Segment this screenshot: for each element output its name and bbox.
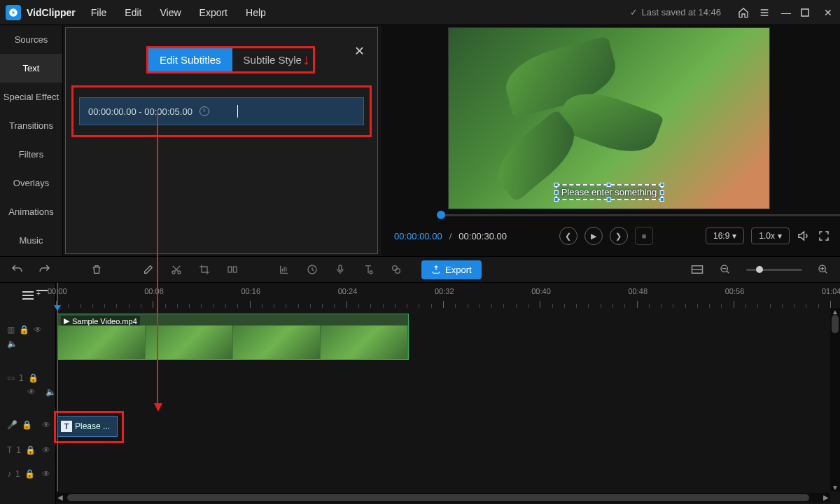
delete-button[interactable] [90,262,104,276]
resize-handle[interactable] [554,197,559,202]
sidebar-item-transitions[interactable]: Transitions [0,111,62,140]
playhead[interactable] [57,283,58,491]
redo-button[interactable] [38,262,52,276]
chart-button[interactable] [277,262,291,276]
volume-icon[interactable] [797,230,811,242]
split-button[interactable] [225,262,239,276]
subtitle-overlay-text: Please enter something [561,187,657,197]
preview-video[interactable]: Please enter something [448,27,770,209]
clock-icon[interactable] [200,106,209,116]
resize-handle[interactable] [659,190,664,195]
ruler-tick: 00:48 [629,287,648,295]
zoom-in-button[interactable] [816,262,830,276]
slider-thumb[interactable] [437,211,445,219]
titlebar: VidClipper File Edit View Export Help ✓ … [0,0,840,25]
sidebar-item-text[interactable]: Text [0,54,62,83]
mic-button[interactable] [333,262,347,276]
next-frame-button[interactable]: ❯ [610,227,628,245]
filmstrip-icon: ▥ [7,325,15,335]
lock-icon[interactable]: 🔒 [25,445,36,455]
scroll-left-arrow[interactable]: ◀ [57,493,63,501]
prev-frame-button[interactable]: ❮ [559,227,578,245]
dialog-tabs: Edit Subtitles Subtile Style [146,46,315,74]
eye-icon[interactable]: 👁 [34,325,42,335]
lock-icon[interactable]: 🔒 [19,325,29,335]
menu-export[interactable]: Export [200,7,227,18]
video-track[interactable]: ▶Sample Video.mp4 [56,314,830,360]
resize-handle[interactable] [554,183,559,187]
menu-file[interactable]: File [91,7,107,18]
home-icon[interactable] [738,7,750,18]
menu-edit[interactable]: Edit [125,7,141,18]
scroll-down-arrow[interactable]: ▼ [832,484,839,491]
preview-progress-slider[interactable] [383,209,840,220]
timeline-h-scroll[interactable]: ◀ ▶ [56,493,830,503]
export-button[interactable]: Export [421,260,482,279]
fit-timeline-button[interactable] [690,262,704,276]
eye-icon[interactable]: 👁 [42,445,50,455]
sidebar-item-special-effect[interactable]: Special Effect [0,83,62,111]
tab-edit-subtitles[interactable]: Edit Subtitles [148,48,232,71]
sidebar-item-music[interactable]: Music [0,226,62,255]
resize-handle[interactable] [554,190,559,195]
speaker-icon[interactable]: 🔈 [46,387,56,397]
zoom-thumb[interactable] [756,266,763,273]
text-clip[interactable]: T Please ... [57,416,118,437]
menu-help[interactable]: Help [246,7,266,18]
speed-button[interactable] [305,262,319,276]
aspect-ratio-dropdown[interactable]: 16:9▾ [706,227,744,244]
sidebar-item-animations[interactable]: Animations [0,197,62,226]
zoom-slider[interactable] [746,269,802,271]
lock-icon[interactable]: 🔒 [28,373,38,383]
h-scroll-thumb[interactable] [67,494,809,501]
menu-view[interactable]: View [160,7,181,18]
zoom-out-button[interactable] [718,262,732,276]
hamburger-icon[interactable] [759,7,771,18]
app-logo [6,5,21,20]
video-clip[interactable]: ▶Sample Video.mp4 [57,314,409,360]
resize-handle[interactable] [659,183,664,187]
speaker-icon[interactable]: 🔈 [7,339,18,349]
lock-icon[interactable]: 🔒 [24,469,35,479]
eye-icon[interactable]: 👁 [27,387,36,397]
main-menu: File Edit View Export Help [91,7,266,18]
fullscreen-icon[interactable] [818,230,832,242]
eye-icon[interactable]: 👁 [42,469,50,479]
sidebar-item-overlays[interactable]: Overlays [0,169,62,197]
text-track[interactable]: T Please ... [56,416,830,440]
subtitle-text-input[interactable] [237,105,238,118]
sidebar-item-filters[interactable]: Filters [0,140,62,169]
speed-dropdown[interactable]: 1.0x▾ [751,227,790,244]
subtitle-entry-row[interactable]: 00:00:00.00 - 00:00:05.00 [79,97,364,125]
play-button[interactable]: ▶ [584,227,603,245]
v-scroll-thumb[interactable] [832,315,839,333]
subtitle-time-range: 00:00:00.00 - 00:00:05.00 [88,106,192,117]
stop-button[interactable]: ■ [635,227,653,245]
chevron-down-icon: ▾ [732,231,736,241]
text-a-track-controls: T 1 🔒 👁 [0,438,56,462]
effects-button[interactable] [389,262,403,276]
resize-handle[interactable] [659,197,664,202]
scroll-right-arrow[interactable]: ▶ [823,493,829,501]
timeline-v-scroll[interactable]: ▲ ▼ [830,308,840,491]
svg-point-10 [393,266,398,271]
dialog-close-button[interactable]: ✕ [354,43,365,59]
cut-button[interactable] [169,262,183,276]
window-controls: — ✕ [738,7,834,18]
sidebar-item-sources[interactable]: Sources [0,25,62,54]
close-button[interactable]: ✕ [822,7,834,18]
subtitle-overlay[interactable]: Please enter something [556,184,663,200]
undo-button[interactable] [10,262,24,276]
tab-subtitle-style[interactable]: Subtile Style [232,48,313,71]
eye-icon[interactable]: 👁 [42,420,50,430]
music-track-icon: ♪ [7,469,11,479]
minimize-button[interactable]: — [780,7,792,18]
lock-icon[interactable]: 🔒 [22,420,32,430]
crop-button[interactable] [197,262,211,276]
maximize-button[interactable] [801,8,813,17]
resize-handle[interactable] [607,197,611,202]
edit-tool-button[interactable] [141,262,155,276]
resize-handle[interactable] [607,183,611,187]
timeline-ruler[interactable]: 00:0000:0800:1600:2400:3200:4000:4800:56… [56,283,830,308]
text-tool-button[interactable] [361,262,375,276]
